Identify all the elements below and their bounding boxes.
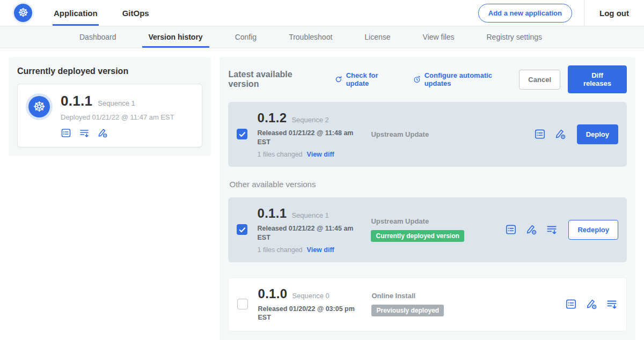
currently-deployed-panel: Currently deployed version ☸ 0.1.1 Seque… [9, 57, 211, 156]
tab-troubleshoot[interactable]: Troubleshoot [273, 26, 348, 48]
tab-registry-settings[interactable]: Registry settings [470, 26, 558, 48]
deployed-actions [61, 128, 174, 138]
sequence-label: Sequence 2 [291, 116, 328, 124]
deployed-version-number: 0.1.1 [61, 93, 92, 109]
check-for-update-link[interactable]: Check for update [334, 71, 402, 87]
source-label: Online Install [371, 292, 506, 300]
tab-license[interactable]: License [348, 26, 406, 48]
version-info: 0.1.1 Sequence 1 Released 01/21/22 @ 11:… [257, 206, 371, 254]
currently-deployed-badge: Currently deployed version [371, 230, 464, 242]
tab-application-label: Application [54, 9, 98, 18]
deployed-version-details: 0.1.1 Sequence 1 Deployed 01/21/22 @ 11:… [61, 93, 174, 138]
version-row-0-1-0: 0.1.0 Sequence 0 Released 01/20/22 @ 03:… [228, 277, 627, 332]
configure-automatic-updates-link[interactable]: Configure automatic updates [413, 71, 519, 87]
tab-dashboard[interactable]: Dashboard [63, 26, 133, 48]
cancel-button[interactable]: Cancel [519, 70, 560, 90]
edit-config-icon[interactable] [586, 298, 597, 310]
tab-gitops[interactable]: GitOps [121, 0, 150, 26]
version-row-0-1-1: 0.1.1 Sequence 1 Released 01/21/22 @ 11:… [228, 197, 627, 262]
previously-deployed-badge: Previously deployed [371, 305, 444, 316]
deploy-logs-icon[interactable] [606, 298, 618, 310]
kubernetes-app-icon: ☸ [28, 96, 50, 117]
version-checkbox[interactable] [237, 224, 247, 235]
logout-button[interactable]: Log out [584, 0, 644, 26]
check-icon [239, 131, 246, 138]
version-checkbox[interactable] [237, 129, 247, 139]
version-number: 0.1.1 [257, 206, 287, 221]
files-changed-label: 1 files changed [257, 151, 302, 158]
tab-troubleshoot-label: Troubleshoot [289, 33, 332, 41]
release-notes-icon[interactable] [534, 128, 546, 140]
add-new-application-button[interactable]: Add a new application [478, 4, 572, 23]
source-label: Upstream Update [371, 217, 505, 225]
diff-releases-button[interactable]: Diff releases [568, 65, 627, 93]
released-timestamp: Released 01/21/22 @ 11:45 am EST [257, 224, 358, 242]
deployed-sequence-label: Sequence 1 [98, 99, 135, 107]
version-info: 0.1.2 Sequence 2 Released 01/21/22 @ 11:… [257, 110, 371, 158]
refresh-icon [334, 75, 343, 84]
main-content: Currently deployed version ☸ 0.1.1 Seque… [0, 48, 644, 340]
tab-dashboard-label: Dashboard [79, 33, 116, 41]
edit-config-icon[interactable] [97, 128, 108, 138]
version-checkbox[interactable] [237, 299, 248, 309]
deploy-button[interactable]: Deploy [577, 124, 618, 144]
currently-deployed-title: Currently deployed version [17, 66, 202, 76]
version-history-panel: Latest available version Check for updat… [219, 57, 635, 340]
currently-deployed-card: ☸ 0.1.1 Sequence 1 Deployed 01/21/22 @ 1… [17, 84, 202, 147]
view-diff-link[interactable]: View diff [307, 151, 334, 158]
version-source: Upstream Update [371, 130, 505, 138]
files-changed-label: 1 files changed [257, 246, 302, 254]
released-timestamp: Released 01/21/22 @ 11:48 am EST [257, 129, 358, 147]
version-info: 0.1.0 Sequence 0 Released 01/20/22 @ 03:… [258, 286, 371, 323]
version-source: Online Install Previously deployed [371, 292, 506, 316]
redeploy-button[interactable]: Redeploy [568, 220, 618, 240]
sequence-label: Sequence 1 [291, 211, 328, 219]
version-row-0-1-2: 0.1.2 Sequence 2 Released 01/21/22 @ 11:… [228, 102, 627, 167]
tab-registry-settings-label: Registry settings [486, 33, 541, 41]
edit-config-icon[interactable] [525, 224, 537, 235]
release-notes-icon[interactable] [505, 224, 517, 235]
edit-config-icon[interactable] [554, 128, 566, 140]
tab-license-label: License [364, 33, 390, 41]
source-label: Upstream Update [371, 130, 505, 138]
release-notes-icon[interactable] [565, 298, 577, 310]
tab-config-label: Config [235, 33, 257, 41]
version-actions: Redeploy [505, 220, 618, 240]
latest-version-header: Latest available version Check for updat… [228, 65, 627, 93]
deploy-logs-icon[interactable] [546, 224, 558, 235]
sequence-label: Sequence 0 [292, 292, 329, 300]
version-number: 0.1.0 [258, 286, 287, 301]
tab-gitops-label: GitOps [122, 9, 149, 18]
version-source: Upstream Update Currently deployed versi… [371, 217, 505, 242]
kubernetes-helm-glyph: ☸ [18, 7, 28, 19]
tab-view-files-label: View files [423, 33, 455, 41]
tab-view-files[interactable]: View files [407, 26, 471, 48]
check-icon [239, 226, 246, 233]
release-notes-icon[interactable] [61, 128, 71, 138]
view-diff-link[interactable]: View diff [307, 246, 334, 254]
tab-version-history-label: Version history [149, 33, 203, 41]
kubernetes-logo-icon: ☸ [14, 4, 32, 22]
schedule-update-icon [413, 75, 421, 84]
deployed-timestamp: Deployed 01/21/22 @ 11:47 am EST [61, 113, 174, 121]
spacer [228, 262, 627, 277]
latest-version-title: Latest available version [228, 70, 323, 89]
tab-application[interactable]: Application [53, 0, 99, 26]
version-number: 0.1.2 [257, 110, 287, 125]
version-actions: Deploy [534, 124, 618, 144]
released-timestamp: Released 01/20/22 @ 03:05 pm EST [258, 305, 358, 323]
topnav-right: Add a new application Log out [478, 0, 644, 26]
tab-config[interactable]: Config [219, 26, 273, 48]
check-for-update-label: Check for update [346, 71, 402, 87]
top-nav: ☸ Application GitOps Add a new applicati… [0, 0, 644, 26]
app-sub-nav: Dashboard Version history Config Trouble… [0, 26, 644, 48]
topnav-tabs: Application GitOps [53, 0, 173, 26]
tab-version-history[interactable]: Version history [133, 26, 219, 48]
other-versions-title: Other available versions [229, 180, 626, 189]
deploy-logs-icon[interactable] [79, 128, 90, 138]
configure-automatic-updates-label: Configure automatic updates [425, 71, 519, 87]
version-actions [565, 298, 618, 310]
kubernetes-helm-glyph: ☸ [33, 100, 45, 114]
